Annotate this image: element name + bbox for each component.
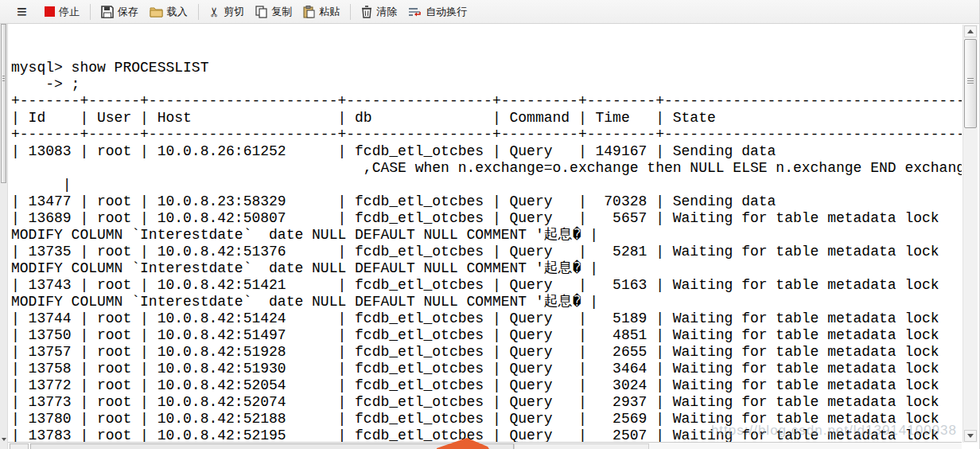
terminal-line: MODIFY COLUMN `Interestdate` date NULL D… — [11, 227, 962, 244]
chevron-up-icon — [967, 29, 974, 33]
toolbar-separator — [198, 4, 199, 20]
word-wrap-icon — [408, 6, 422, 18]
left-scrollbar-thumb[interactable] — [1, 24, 6, 183]
scrollbar-up-arrow[interactable] — [964, 25, 977, 37]
console-window: { "toolbar": { "buttons": [ { "icon": "m… — [0, 0, 980, 449]
clear-button-label: 清除 — [376, 5, 397, 19]
left-scrollbar[interactable] — [0, 24, 8, 449]
load-button[interactable]: 载入 — [144, 2, 193, 21]
terminal-line: | 13750 | root | 10.0.8.42:51497 | fcdb_… — [11, 327, 962, 344]
stop-icon — [45, 6, 55, 17]
horizontal-scrollbar[interactable] — [8, 442, 962, 449]
save-icon — [101, 6, 114, 18]
vertical-scrollbar[interactable] — [962, 25, 978, 443]
vertical-scrollbar-thumb[interactable] — [964, 39, 977, 128]
menu-icon: ≡ — [17, 3, 27, 21]
copy-icon — [255, 6, 267, 18]
scrollbar-down-arrow[interactable] — [964, 430, 977, 442]
cut-button-label: 剪切 — [224, 5, 244, 19]
terminal-line: -> ; — [11, 76, 962, 93]
chevron-down-icon — [967, 434, 974, 438]
word-wrap-button[interactable]: 自动换行 — [402, 2, 472, 21]
terminal-line: | 13780 | root | 10.0.8.42:52188 | fcdb_… — [11, 411, 962, 428]
horizontal-scrollbar-segment — [514, 443, 649, 449]
terminal-line: | 13743 | root | 10.0.8.42:51421 | fcdb_… — [11, 277, 962, 294]
clear-icon — [361, 6, 372, 18]
terminal-line: | 13773 | root | 10.0.8.42:52074 | fcdb_… — [11, 394, 962, 411]
terminal-line: +-------+------+----------------------+-… — [11, 127, 962, 143]
terminal-line: | 13758 | root | 10.0.8.42:51930 | fcdb_… — [11, 361, 962, 377]
left-scrollbar-down-arrow[interactable] — [1, 436, 7, 443]
load-button-label: 载入 — [167, 5, 188, 19]
terminal-line: | — [11, 177, 962, 193]
load-icon — [150, 6, 163, 18]
terminal-line: | 13689 | root | 10.0.8.42:50807 | fcdb_… — [11, 210, 962, 227]
terminal-line: | Id | User | Host | db | Command | Time… — [11, 110, 962, 127]
toolbar: ≡ 停止 保存 载入 ✂ 剪切 复制 粘贴 — [0, 0, 979, 24]
terminal-line: +-------+------+----------------------+-… — [11, 93, 962, 110]
terminal-line: | 13083 | root | 10.0.8.26:61252 | fcdb_… — [11, 143, 962, 160]
terminal-line: mysql> show PROCESSLIST — [11, 60, 962, 76]
terminal-line: | 13772 | root | 10.0.8.42:52054 | fcdb_… — [11, 377, 962, 394]
cut-button[interactable]: ✂ 剪切 — [204, 2, 250, 21]
copy-button-label: 复制 — [271, 5, 292, 19]
menu-button[interactable]: ≡ — [8, 1, 39, 23]
cut-icon: ✂ — [208, 6, 221, 17]
clear-button[interactable]: 清除 — [356, 2, 402, 21]
terminal-line: MODIFY COLUMN `Interestdate` date NULL D… — [11, 294, 962, 310]
copy-button[interactable]: 复制 — [250, 2, 298, 21]
terminal-line: | 13783 | root | 10.0.8.42:52195 | fcdb_… — [11, 428, 962, 443]
chevron-down-icon — [2, 438, 6, 441]
toolbar-separator — [350, 4, 351, 20]
terminal-line: ,CASE when n.exchange=o.exchange then NU… — [11, 160, 962, 177]
paste-icon — [303, 6, 315, 18]
save-button[interactable]: 保存 — [95, 2, 144, 21]
terminal-line: | 13757 | root | 10.0.8.42:51928 | fcdb_… — [11, 344, 962, 361]
stop-button[interactable]: 停止 — [39, 2, 85, 21]
word-wrap-button-label: 自动换行 — [426, 5, 467, 19]
horizontal-scrollbar-thumb[interactable] — [30, 443, 514, 449]
paste-button[interactable]: 粘贴 — [298, 2, 345, 21]
toolbar-separator — [90, 4, 91, 20]
terminal-line: | 13744 | root | 10.0.8.42:51424 | fcdb_… — [11, 310, 962, 327]
terminal-line: | 13477 | root | 10.0.8.23:58329 | fcdb_… — [11, 193, 962, 210]
paste-button-label: 粘贴 — [319, 5, 340, 19]
terminal-line: MODIFY COLUMN `Interestdate` date NULL D… — [11, 260, 962, 277]
save-button-label: 保存 — [118, 5, 138, 19]
terminal-line: | 13735 | root | 10.0.8.42:51376 | fcdb_… — [11, 244, 962, 260]
stop-button-label: 停止 — [59, 5, 80, 19]
horizontal-scrollbar-corner — [10, 443, 29, 449]
terminal-output[interactable]: mysql> show PROCESSLIST -> ;+-------+---… — [8, 25, 962, 443]
